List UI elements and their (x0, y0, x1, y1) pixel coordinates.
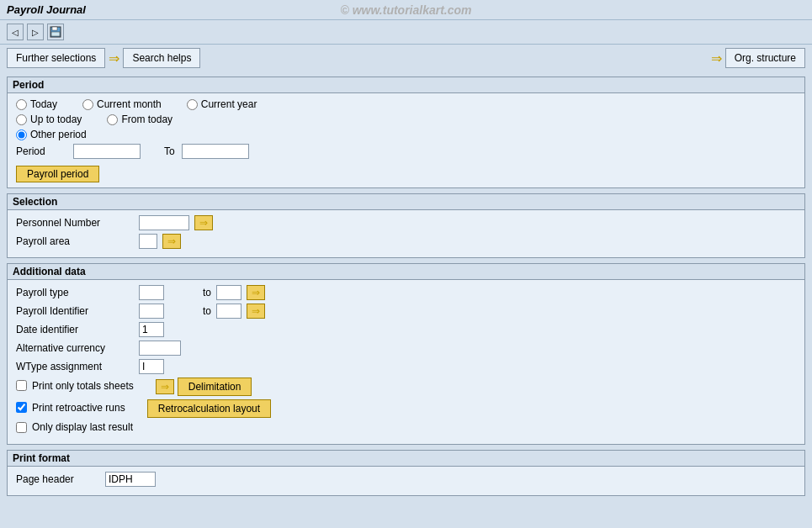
date-identifier-row: Date identifier (16, 322, 796, 337)
period-from-input[interactable] (73, 144, 141, 159)
period-to-input[interactable] (182, 144, 249, 159)
payroll-area-label: Payroll area (16, 235, 134, 247)
only-display-last-checkbox[interactable] (16, 422, 27, 433)
payroll-identifier-arrow-btn[interactable]: ⇒ (247, 304, 265, 319)
alt-currency-input[interactable] (139, 341, 181, 356)
page-header-label: Page header (16, 473, 100, 485)
date-identifier-label: Date identifier (16, 324, 134, 335)
page-header-row: Page header (16, 472, 796, 487)
radio-other-period[interactable] (16, 129, 27, 140)
tab-bar: Further selections ⇒ Search helps ⇒ Org.… (0, 45, 812, 71)
period-row2: Up to today From today (16, 114, 796, 125)
period-section: Period Today Current month Current year (7, 77, 805, 188)
period-section-body: Today Current month Current year Up to t… (8, 93, 804, 187)
forward-icon[interactable]: ▷ (27, 24, 44, 40)
print-totals-row: Print only totals sheets ⇒ Delimitation (16, 378, 796, 396)
wtype-row: WType assignment (16, 359, 796, 374)
personnel-number-arrow-btn[interactable]: ⇒ (194, 215, 213, 230)
payroll-type-to-label: to (169, 287, 211, 298)
selection-section-header: Selection (8, 194, 804, 210)
radio-from-today-label[interactable]: From today (107, 114, 172, 125)
further-selections-tab[interactable]: Further selections (7, 48, 105, 68)
print-retroactive-row: Print retroactive runs Retrocalculation … (16, 399, 796, 418)
search-helps-tab[interactable]: Search helps (123, 48, 200, 68)
back-icon[interactable]: ◁ (7, 24, 24, 40)
retrocalculation-button[interactable]: Retrocalculation layout (147, 399, 271, 418)
personnel-number-input[interactable] (139, 215, 189, 230)
payroll-type-input[interactable] (139, 285, 164, 300)
print-format-header: Print format (8, 451, 804, 467)
payroll-area-row: Payroll area ⇒ (16, 234, 796, 249)
payroll-type-row: Payroll type to ⇒ (16, 285, 796, 300)
payroll-identifier-to-label: to (169, 305, 211, 317)
delimitation-button[interactable]: Delimitation (178, 378, 252, 396)
toolbar: ◁ ▷ (0, 20, 812, 45)
payroll-identifier-to-input[interactable] (216, 304, 241, 319)
print-format-body: Page header (8, 467, 804, 495)
payroll-type-label: Payroll type (16, 287, 134, 298)
payroll-type-to-input[interactable] (216, 285, 241, 300)
svg-rect-2 (51, 32, 60, 36)
print-only-totals-checkbox[interactable] (16, 380, 27, 391)
payroll-area-arrow-btn[interactable]: ⇒ (162, 234, 181, 249)
radio-current-year-label[interactable]: Current year (187, 98, 257, 110)
personnel-number-row: Personnel Number ⇒ (16, 215, 796, 230)
selection-section-body: Personnel Number ⇒ Payroll area ⇒ (8, 210, 804, 257)
org-structure-tab[interactable]: Org. structure (725, 48, 805, 68)
period-row3: Other period (16, 129, 796, 140)
org-structure-label: Org. structure (735, 52, 796, 64)
wtype-input[interactable] (139, 359, 164, 374)
radio-current-month-label[interactable]: Current month (82, 98, 162, 110)
additional-data-section: Additional data Payroll type to ⇒ Payrol… (7, 263, 805, 445)
period-inputs-row: Period To (16, 144, 796, 159)
personnel-number-label: Personnel Number (16, 217, 134, 229)
page-title: Payroll Journal (7, 3, 86, 16)
payroll-identifier-row: Payroll Identifier to ⇒ (16, 304, 796, 319)
radio-up-to-today[interactable] (16, 114, 27, 125)
radio-other-period-label[interactable]: Other period (16, 129, 87, 140)
radio-today[interactable] (16, 99, 27, 110)
save-icon[interactable] (47, 24, 64, 40)
date-identifier-input[interactable] (139, 322, 164, 337)
payroll-period-button[interactable]: Payroll period (16, 166, 99, 182)
print-retroactive-label[interactable]: Print retroactive runs (16, 402, 125, 414)
page-header-input[interactable] (105, 472, 156, 487)
watermark: © www.tutorialkart.com (340, 3, 471, 17)
radio-from-today[interactable] (107, 114, 118, 125)
payroll-identifier-label: Payroll Identifier (16, 305, 134, 317)
print-only-totals-label[interactable]: Print only totals sheets (16, 380, 134, 392)
only-display-last-row: Only display last result (16, 421, 796, 436)
selection-section: Selection Personnel Number ⇒ Payroll are… (7, 193, 805, 258)
payroll-area-input[interactable] (139, 234, 157, 249)
svg-rect-1 (52, 27, 57, 30)
period-field-label: Period (16, 145, 66, 157)
only-display-last-label[interactable]: Only display last result (16, 421, 133, 433)
to-label: To (164, 145, 175, 157)
search-helps-label: Search helps (132, 52, 191, 64)
main-content: Period Today Current month Current year (0, 71, 812, 506)
arrow2-icon: ⇒ (711, 50, 722, 66)
period-section-header: Period (8, 77, 804, 93)
radio-current-year[interactable] (187, 99, 198, 110)
alt-currency-label: Alternative currency (16, 342, 134, 354)
radio-today-label[interactable]: Today (16, 98, 57, 110)
radio-up-to-today-label[interactable]: Up to today (16, 114, 82, 125)
period-row1: Today Current month Current year (16, 98, 796, 110)
print-format-section: Print format Page header (7, 450, 805, 496)
print-retroactive-checkbox[interactable] (16, 402, 27, 413)
wtype-label: WType assignment (16, 361, 134, 372)
additional-data-body: Payroll type to ⇒ Payroll Identifier to … (8, 280, 804, 444)
payroll-identifier-input[interactable] (139, 304, 164, 319)
payroll-type-arrow-btn[interactable]: ⇒ (247, 285, 265, 300)
alt-currency-row: Alternative currency (16, 341, 796, 356)
delimitation-arrow-btn[interactable]: ⇒ (156, 379, 174, 394)
arrow1-icon: ⇒ (109, 50, 119, 66)
additional-data-header: Additional data (8, 264, 804, 280)
radio-current-month[interactable] (82, 99, 93, 110)
further-selections-label: Further selections (16, 52, 96, 64)
